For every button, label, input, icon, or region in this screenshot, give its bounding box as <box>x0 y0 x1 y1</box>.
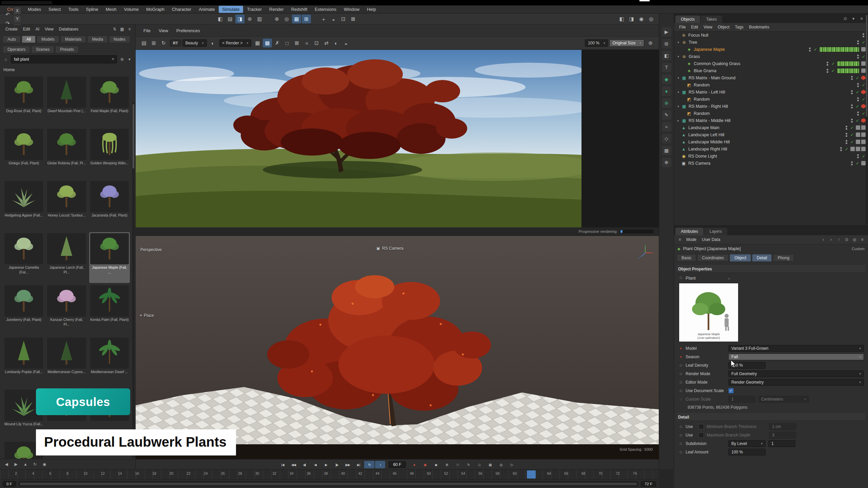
render-pass-select[interactable]: Beauty <box>182 39 207 47</box>
visibility-dots[interactable] <box>857 154 860 159</box>
visibility-dots[interactable] <box>845 132 848 138</box>
renderview-menu-item[interactable]: File <box>140 27 154 34</box>
forward-icon[interactable]: › <box>828 237 834 243</box>
tree-item-focus-null[interactable]: ⊕ Focus Null <box>674 32 868 39</box>
visibility-dots[interactable] <box>826 68 829 74</box>
asset-item-golden-weeping-willow[interactable]: Golden Weeping Willo... <box>89 128 130 179</box>
expand-arrow[interactable]: ▾ <box>676 55 680 58</box>
object-tags[interactable] <box>856 125 866 130</box>
season-dropdown[interactable]: Fall <box>728 353 864 360</box>
next-key-button[interactable]: ▶▶ <box>342 461 353 468</box>
menu-icon[interactable]: ≡ <box>859 237 865 243</box>
asset-menu-item[interactable]: Edit <box>20 26 33 32</box>
solo-animation-button[interactable]: ◎ <box>496 461 506 468</box>
asset-item-japanese-larch[interactable]: Japanese Larch (Fall, Pl... <box>46 232 87 283</box>
snapshot-icon[interactable]: ⊞ <box>149 39 158 47</box>
render-settings-icon[interactable]: ⊛ <box>245 15 254 23</box>
frame-selection-icon[interactable]: ⊞ <box>662 39 671 48</box>
asset-item-japanese-maple[interactable]: Japanese Maple (Fall, ... <box>89 232 130 283</box>
material-tags[interactable] <box>819 47 860 52</box>
attribute-section-tab[interactable]: Detail <box>752 254 772 262</box>
spacer[interactable] <box>265 15 272 23</box>
material-tags[interactable] <box>837 68 860 74</box>
renderview-menu-item[interactable]: Preferences <box>173 27 204 34</box>
perspective-viewport[interactable]: Perspective RS Camera Place Grid Spacing… <box>136 236 659 459</box>
view-layout-icon[interactable]: ◧ <box>662 51 671 60</box>
asset-subcategory-tab[interactable]: Operators <box>3 46 30 53</box>
leaf-amount-field[interactable]: 100 % <box>728 449 766 455</box>
expand-arrow[interactable]: ▾ <box>676 41 680 44</box>
spline-smooth-icon[interactable]: ≈ <box>662 122 671 131</box>
checker-background-icon[interactable]: ▩ <box>263 39 272 47</box>
enabled-check-icon[interactable] <box>856 161 859 166</box>
snap-icon[interactable]: ◎ <box>282 15 291 23</box>
user-account-icon[interactable]: ◎ <box>647 15 656 23</box>
asset-item-mediterranean-cypress[interactable]: Mediterranean Cypres... <box>46 337 87 387</box>
enabled-check-icon[interactable] <box>862 83 865 87</box>
tree-item-landscape-left-hill[interactable]: ▲ Landscape Left Hill <box>674 131 868 138</box>
param-key[interactable] <box>679 380 683 384</box>
info-icon[interactable]: ◉ <box>41 461 47 467</box>
tree-item-tree[interactable]: ▾ ⊕ Tree <box>674 39 868 46</box>
simulation-scene-icon[interactable]: ◆ <box>662 75 671 84</box>
clear-search-icon[interactable] <box>110 56 116 62</box>
home-icon[interactable]: ⌂ <box>3 56 9 62</box>
attribute-tab[interactable]: Attributes <box>675 228 704 235</box>
select-tool-icon[interactable]: ▶ <box>662 27 671 37</box>
object-tags[interactable] <box>856 133 866 137</box>
tree-item-rs-dome-light[interactable]: ◉ RS Dome Light <box>674 152 868 160</box>
object-manager-tab[interactable]: Objects <box>675 16 700 23</box>
subdivision-dropdown[interactable]: By Level <box>728 440 766 447</box>
timeline-ruler[interactable]: 2468101214161820222426283032343638404244… <box>0 470 659 480</box>
render-picture-viewer-icon[interactable]: ▤ <box>225 15 235 23</box>
expand-arrow[interactable]: ▾ <box>676 76 680 80</box>
visibility-dots[interactable] <box>857 111 860 116</box>
ram-preview-button[interactable]: ▷ <box>507 461 517 468</box>
asset-scrollbar[interactable] <box>132 103 135 458</box>
grid-view-icon[interactable]: ▦ <box>119 26 125 32</box>
param-key[interactable] <box>679 363 683 367</box>
menu-item[interactable]: Volume <box>120 6 142 13</box>
visibility-dots[interactable] <box>857 54 860 59</box>
enabled-check-icon[interactable] <box>850 133 854 137</box>
redshift-object-tag[interactable] <box>861 104 866 108</box>
refresh-icon[interactable]: ↻ <box>32 461 38 467</box>
tree-item-landscape-main[interactable]: ▲ Landscape Main <box>674 124 868 131</box>
camera-label[interactable]: RS Camera <box>376 246 403 251</box>
plant-preview-thumbnail[interactable]: Japanese Maple (Acer palmatum) <box>679 283 738 342</box>
attribute-section-tab[interactable]: Basic <box>677 254 696 262</box>
up-icon[interactable]: ▲ <box>22 461 28 467</box>
lock-icon[interactable]: ◎ <box>851 237 857 243</box>
param-key[interactable] <box>679 372 683 375</box>
expander-icon[interactable]: › <box>728 276 730 281</box>
redshift-object-tag[interactable] <box>861 118 866 123</box>
enabled-check-icon[interactable] <box>856 90 859 95</box>
search-input[interactable] <box>11 55 117 63</box>
max-branch-checkbox[interactable] <box>698 432 704 438</box>
render-queue-icon[interactable]: ▥ <box>255 15 264 23</box>
param-key[interactable] <box>679 433 683 437</box>
goto-end-button[interactable]: ▶| <box>353 461 363 468</box>
asset-category-tab[interactable]: Materials <box>60 36 86 43</box>
expand-arrow[interactable]: ▾ <box>676 90 680 94</box>
list-view-icon[interactable]: ≡ <box>126 26 133 32</box>
visibility-dots[interactable] <box>845 125 848 130</box>
visibility-dots[interactable] <box>857 82 860 88</box>
object-tags[interactable] <box>861 61 866 66</box>
tree-item-rs-matrix-main-ground[interactable]: ▾ ▦ RS Matrix - Main Ground <box>674 74 868 81</box>
attribute-section-tab[interactable]: Phong <box>773 254 794 262</box>
expand-arrow[interactable]: ▸ <box>676 119 680 122</box>
object-tags[interactable] <box>850 147 866 151</box>
range-start-field[interactable]: 0 F <box>3 481 16 487</box>
custom-scale-field[interactable]: 1 <box>728 396 755 403</box>
tree-item-random[interactable]: ◩ Random <box>674 110 868 117</box>
param-key[interactable] <box>679 425 683 428</box>
menu-item[interactable]: Extensions <box>311 6 340 13</box>
goto-start-button[interactable]: |◀ <box>277 461 288 468</box>
object-tags[interactable] <box>856 140 866 144</box>
settings-icon[interactable]: ⊛ <box>119 56 125 62</box>
enabled-check-icon[interactable] <box>856 104 859 109</box>
menu-item[interactable]: Tools <box>64 6 82 13</box>
asset-menu-item[interactable]: AI <box>33 26 42 32</box>
spacer[interactable] <box>312 15 318 23</box>
